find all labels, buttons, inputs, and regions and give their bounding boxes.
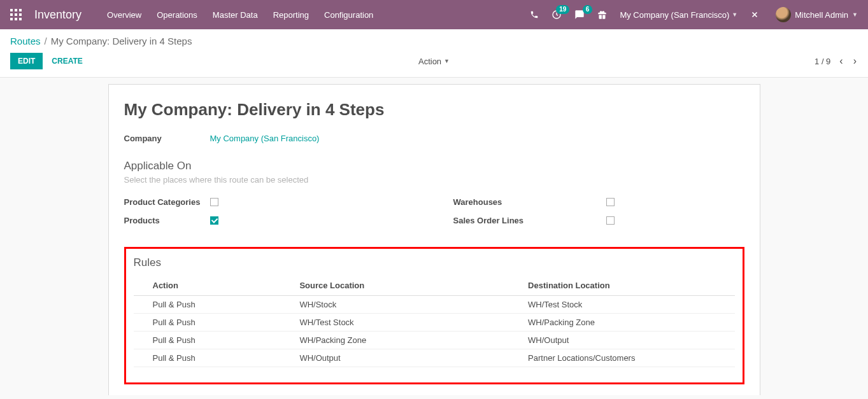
nav-configuration[interactable]: Configuration [324, 10, 373, 20]
discuss-icon[interactable]: 6 [574, 10, 585, 20]
applicable-grid: Product Categories Products Warehouses S… [124, 197, 744, 234]
cell-destination: WH/Test Stock [524, 296, 734, 314]
col-action[interactable]: Action [134, 276, 296, 296]
cell-action: Pull & Push [134, 332, 296, 349]
breadcrumb-root[interactable]: Routes [10, 36, 41, 46]
user-label: Mitchell Admin [795, 10, 848, 20]
cell-destination: Partner Locations/Customers [524, 349, 734, 367]
nav-reporting[interactable]: Reporting [273, 10, 309, 20]
chevron-down-icon: ▼ [732, 11, 737, 18]
close-icon[interactable] [750, 10, 759, 19]
chevron-down-icon: ▼ [852, 11, 858, 18]
field-sales-order-lines: Sales Order Lines [453, 216, 744, 225]
cell-action: Pull & Push [134, 314, 296, 332]
field-warehouses: Warehouses [453, 197, 744, 207]
products-label: Products [124, 216, 210, 225]
rules-title: Rules [134, 256, 735, 269]
nav-master-data[interactable]: Master Data [213, 10, 258, 20]
field-company: Company My Company (San Francisco) [124, 134, 744, 143]
breadcrumb: Routes / My Company: Delivery in 4 Steps [0, 29, 868, 49]
apps-icon[interactable] [10, 9, 22, 20]
pager-text: 1 / 9 [815, 57, 830, 66]
col-source[interactable]: Source Location [295, 276, 524, 296]
cell-action: Pull & Push [134, 349, 296, 367]
sales-order-lines-label: Sales Order Lines [453, 216, 606, 225]
activity-badge: 19 [556, 5, 569, 14]
top-nav: Overview Operations Master Data Reportin… [107, 10, 373, 20]
control-bar: EDIT CREATE Action ▼ 1 / 9 ‹ › [0, 49, 868, 78]
company-link[interactable]: My Company (San Francisco) [210, 134, 320, 143]
warehouses-checkbox[interactable] [606, 198, 615, 206]
company-label: My Company (San Francisco) [620, 10, 729, 20]
table-row[interactable]: Pull & PushWH/Packing ZoneWH/Output [134, 332, 735, 349]
table-row[interactable]: Pull & PushWH/OutputPartner Locations/Cu… [134, 349, 735, 367]
rules-highlight: Rules Action Source Location Destination… [124, 247, 744, 384]
form-sheet: My Company: Delivery in 4 Steps Company … [108, 84, 760, 395]
pager-prev-icon[interactable]: ‹ [838, 55, 844, 67]
rules-table: Action Source Location Destination Locat… [134, 276, 735, 367]
page-title: My Company: Delivery in 4 Steps [124, 100, 744, 120]
avatar [776, 7, 791, 22]
phone-icon[interactable] [530, 10, 539, 19]
action-dropdown[interactable]: Action ▼ [418, 57, 450, 66]
applicable-on-title: Applicable On [124, 160, 744, 172]
cell-source: WH/Test Stock [295, 314, 524, 332]
pager: 1 / 9 ‹ › [815, 55, 858, 67]
nav-overview[interactable]: Overview [107, 10, 141, 20]
nav-operations[interactable]: Operations [157, 10, 197, 20]
cell-source: WH/Packing Zone [295, 332, 524, 349]
topbar: Inventory Overview Operations Master Dat… [0, 0, 868, 29]
chevron-down-icon: ▼ [444, 58, 450, 64]
user-menu[interactable]: Mitchell Admin ▼ [772, 7, 858, 22]
cell-destination: WH/Output [524, 332, 734, 349]
cell-source: WH/Output [295, 349, 524, 367]
products-checkbox[interactable] [210, 216, 218, 225]
table-row[interactable]: Pull & PushWH/Test StockWH/Packing Zone [134, 314, 735, 332]
topbar-right: 19 6 My Company (San Francisco) ▼ Mitche… [530, 7, 858, 22]
product-categories-label: Product Categories [124, 197, 210, 207]
edit-button[interactable]: EDIT [10, 53, 43, 69]
create-button[interactable]: CREATE [52, 57, 82, 66]
app-brand[interactable]: Inventory [34, 8, 82, 22]
applicable-on-hint: Select the places where this route can b… [124, 175, 744, 185]
action-label: Action [418, 57, 441, 66]
gift-icon[interactable] [597, 10, 607, 20]
sales-order-lines-checkbox[interactable] [606, 216, 615, 225]
company-selector[interactable]: My Company (San Francisco) ▼ [620, 10, 737, 20]
col-destination[interactable]: Destination Location [524, 276, 734, 296]
field-product-categories: Product Categories [124, 197, 415, 207]
cell-destination: WH/Packing Zone [524, 314, 734, 332]
cell-source: WH/Stock [295, 296, 524, 314]
table-row[interactable]: Pull & PushWH/StockWH/Test Stock [134, 296, 735, 314]
warehouses-label: Warehouses [453, 197, 606, 207]
breadcrumb-current: My Company: Delivery in 4 Steps [51, 36, 192, 46]
field-products: Products [124, 216, 415, 225]
activity-icon[interactable]: 19 [551, 10, 562, 20]
pager-next-icon[interactable]: › [852, 55, 858, 67]
product-categories-checkbox[interactable] [210, 198, 218, 206]
cell-action: Pull & Push [134, 296, 296, 314]
discuss-badge: 6 [583, 5, 593, 14]
breadcrumb-separator: / [45, 36, 47, 46]
company-field-label: Company [124, 134, 210, 143]
content-scroll[interactable]: My Company: Delivery in 4 Steps Company … [0, 78, 868, 395]
